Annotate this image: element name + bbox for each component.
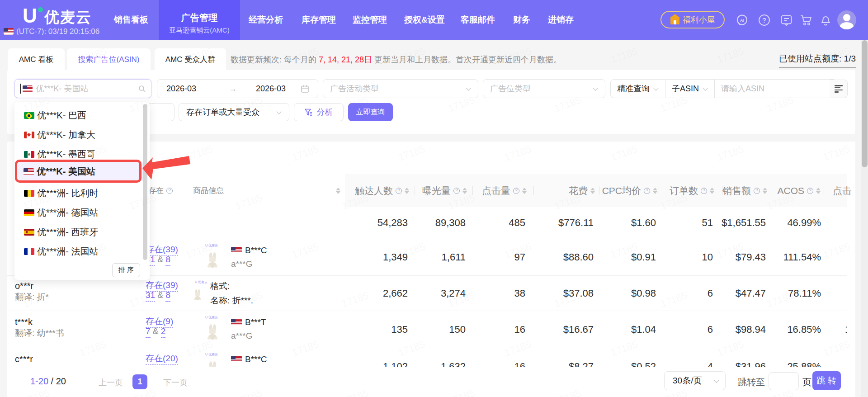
keyword-translation: 翻译: 折* <box>15 291 49 303</box>
cell-reach: 2,662 <box>383 288 408 299</box>
tab-amc-dashboard[interactable]: AMC 看板 <box>8 48 65 71</box>
pair-link-a[interactable]: 31 <box>146 290 155 302</box>
cell-impressions: 1,611 <box>442 251 466 263</box>
cell-impressions: 150 <box>449 324 466 336</box>
site-option-brazil[interactable]: 优***K- 巴西 <box>17 106 142 125</box>
col-acos[interactable]: ACOS? <box>766 174 821 207</box>
cell-acos: 111.54% <box>783 251 821 263</box>
welfare-house-button[interactable]: 福利小屋 <box>660 11 725 28</box>
cell-spend: $88.60 <box>563 251 594 263</box>
site-option-canada[interactable]: 优***K- 加拿大 <box>17 125 142 145</box>
site-option-france[interactable]: 优***洲- 法国站 <box>17 242 142 261</box>
brazil-flag-icon <box>24 112 34 119</box>
product-asin[interactable]: B***T <box>245 317 266 327</box>
sort-button[interactable]: 排 序 <box>112 263 140 277</box>
nav-finance[interactable]: 财务 <box>513 0 530 40</box>
nav-business-analysis[interactable]: 经营分析 <box>249 0 283 40</box>
col-sales[interactable]: 销售额? <box>713 174 767 207</box>
date-from: 2026-03 <box>166 84 196 94</box>
canada-flag-icon <box>24 132 34 138</box>
jump-page-input[interactable] <box>769 372 799 390</box>
help-icon[interactable]: ? <box>644 188 650 194</box>
date-to: 2026-03 <box>256 84 286 94</box>
current-page-button[interactable]: 1 <box>132 374 147 389</box>
product-sub: a***G <box>231 331 266 341</box>
pair-link-b[interactable]: 2 <box>161 326 166 338</box>
placement-type-select[interactable]: 广告位类型 <box>483 79 605 98</box>
help-icon[interactable]: ? <box>453 188 460 194</box>
cell-sales: $1,651.55 <box>722 217 766 229</box>
cell-impressions: 89,308 <box>435 217 466 229</box>
help-icon[interactable]: ? <box>513 188 519 194</box>
nav-ad-management[interactable]: 广告管理 亚马逊营销云(AMC) <box>159 0 240 40</box>
exist-link[interactable]: 存在(20) <box>146 354 178 365</box>
query-now-button[interactable]: 立即查询 <box>348 103 393 121</box>
site-option-spain[interactable]: 优***洲- 西班牙 <box>17 222 142 242</box>
site-select-input[interactable]: 优***K- 美国站 <box>14 79 151 98</box>
annotation-arrow <box>140 154 192 183</box>
help-icon[interactable]: ? <box>166 188 173 194</box>
help-icon[interactable]: ? <box>758 14 770 26</box>
help-icon[interactable]: ? <box>701 188 707 194</box>
help-icon[interactable]: ? <box>396 188 402 194</box>
tab-search-ad-position[interactable]: 搜索广告位(ASIN) <box>67 48 151 71</box>
france-flag-icon <box>24 248 34 255</box>
user-avatar[interactable] <box>837 10 856 29</box>
col-product[interactable]: 商品信息 <box>193 174 224 207</box>
nav-sales-dashboard[interactable]: 销售看板 <box>114 0 148 40</box>
col-cpc[interactable]: CPC均价? <box>594 174 657 207</box>
col-spend[interactable]: 花费 <box>550 174 595 207</box>
page-scrollbar[interactable] <box>861 40 868 397</box>
spain-flag-icon <box>24 229 34 236</box>
keyword-cell: c***r <box>15 354 33 364</box>
campaign-type-select[interactable]: 广告活动类型 <box>323 79 478 98</box>
logo-dot-icon <box>38 7 43 12</box>
feedback-message-icon[interactable] <box>780 14 793 26</box>
date-range-picker[interactable]: 2026-03 → 2026-03 <box>157 79 318 98</box>
cell-reach: 54,283 <box>377 217 408 229</box>
asin-list-button[interactable] <box>830 80 848 98</box>
tab-amc-audience[interactable]: AMC 受众人群 <box>155 48 226 71</box>
asin-level-select[interactable]: 子ASIN <box>665 80 714 98</box>
col-last-partial[interactable]: 点击 <box>833 174 852 207</box>
help-icon[interactable]: ? <box>807 188 813 194</box>
page-scrollbar-thumb[interactable] <box>862 40 868 167</box>
jump-button[interactable]: 跳 转 <box>812 371 841 390</box>
us-flag-icon <box>231 356 242 363</box>
prev-page-button[interactable]: 上一页 <box>99 377 123 388</box>
pair-link-a[interactable]: 7 <box>146 326 151 338</box>
pair-link-b[interactable]: 8 <box>165 290 170 302</box>
next-page-button[interactable]: 下一页 <box>163 377 188 388</box>
cart-icon[interactable] <box>800 14 812 26</box>
page-unit-label: 页 <box>802 376 811 388</box>
col-orders[interactable]: 订单数? <box>660 174 714 207</box>
site-option-belgium[interactable]: 优***洲- 比利时 <box>17 184 142 203</box>
nav-authorization-settings[interactable]: 授权&设置 <box>404 0 445 40</box>
notification-bell-icon[interactable] <box>820 14 832 26</box>
analyze-button[interactable]: 分析 <box>294 103 344 121</box>
help-icon[interactable]: ? <box>754 188 760 194</box>
germany-flag-icon <box>24 209 34 216</box>
asin-input[interactable]: 请输入ASIN <box>715 80 771 98</box>
product-asin[interactable]: B***C <box>245 246 267 255</box>
cell-cpc: $0.98 <box>631 288 656 299</box>
audience-filter-select[interactable]: 存在订单或大量受众 <box>179 103 289 121</box>
keyword-text: t***k <box>15 317 64 327</box>
pair-link-b[interactable]: 8 <box>165 255 170 266</box>
nav-inventory[interactable]: 库存管理 <box>302 0 336 40</box>
nav-customer-email[interactable]: 客服邮件 <box>461 0 495 40</box>
product-asin[interactable]: B***C <box>245 354 267 364</box>
nav-monitoring[interactable]: 监控管理 <box>353 0 387 40</box>
text-cursor <box>20 84 21 94</box>
page-size-select[interactable]: 30条/页 <box>664 371 726 390</box>
belgium-flag-icon <box>24 190 34 197</box>
mexico-flag-icon <box>24 151 34 158</box>
nav-purchase-sales-stock[interactable]: 进销存 <box>548 0 574 40</box>
col-impressions[interactable]: 曝光量? <box>408 174 467 207</box>
site-option-germany[interactable]: 优***洲- 德国站 <box>17 203 142 222</box>
product-info-cell: B***C <box>231 355 267 364</box>
query-mode-select[interactable]: 精准查询 <box>611 80 665 98</box>
col-clicks[interactable]: 点击量? <box>468 174 527 207</box>
ai-assistant-icon[interactable]: AI <box>736 14 748 26</box>
col-reach[interactable]: 触达人数? <box>332 174 409 207</box>
